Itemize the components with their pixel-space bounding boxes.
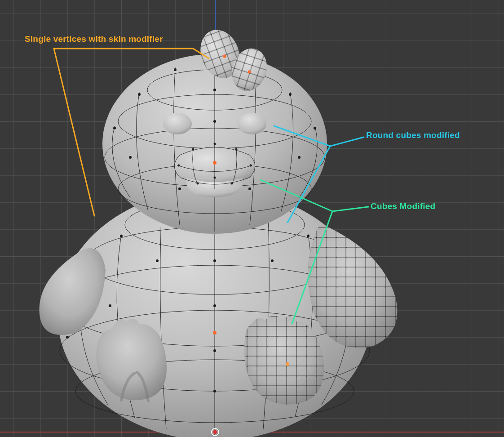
- svg-point-39: [174, 68, 177, 71]
- svg-point-42: [289, 93, 292, 96]
- svg-point-54: [248, 187, 251, 190]
- annotation-label-skin: Single vertices with skin modifier: [25, 34, 163, 44]
- annotation-label-round: Round cubes modified: [366, 130, 460, 140]
- svg-point-20: [213, 390, 216, 392]
- svg-point-41: [138, 93, 141, 96]
- svg-point-44: [314, 127, 316, 129]
- svg-point-60: [214, 177, 216, 179]
- svg-point-22: [271, 259, 274, 262]
- svg-point-43: [113, 127, 116, 129]
- svg-point-51: [129, 156, 132, 159]
- svg-point-56: [192, 148, 195, 151]
- svg-point-52: [298, 156, 301, 159]
- mesh-eye-left: [163, 113, 192, 134]
- svg-point-46: [213, 120, 216, 123]
- svg-point-19: [213, 349, 216, 352]
- svg-point-69: [248, 71, 251, 74]
- svg-point-45: [213, 89, 216, 91]
- svg-point-13: [307, 235, 309, 237]
- svg-point-63: [213, 161, 217, 165]
- svg-point-58: [178, 165, 180, 167]
- svg-point-25: [66, 336, 69, 339]
- svg-point-32: [286, 362, 289, 366]
- viewport-3d[interactable]: [0, 0, 504, 437]
- svg-point-17: [213, 259, 216, 262]
- svg-point-55: [214, 143, 216, 145]
- svg-point-21: [156, 259, 159, 262]
- svg-point-57: [235, 148, 238, 151]
- svg-point-61: [197, 183, 199, 185]
- svg-point-18: [213, 304, 216, 307]
- svg-point-59: [250, 165, 252, 167]
- svg-point-53: [178, 187, 181, 190]
- svg-point-12: [120, 235, 123, 237]
- svg-point-23: [109, 304, 111, 307]
- svg-point-62: [231, 183, 233, 185]
- annotation-label-cubes: Cubes Modified: [371, 201, 435, 211]
- svg-point-66: [223, 55, 226, 58]
- cursor-3d: [211, 428, 219, 436]
- svg-point-31: [213, 331, 217, 334]
- mesh-eye-right: [238, 113, 266, 134]
- model-svg: [0, 0, 504, 437]
